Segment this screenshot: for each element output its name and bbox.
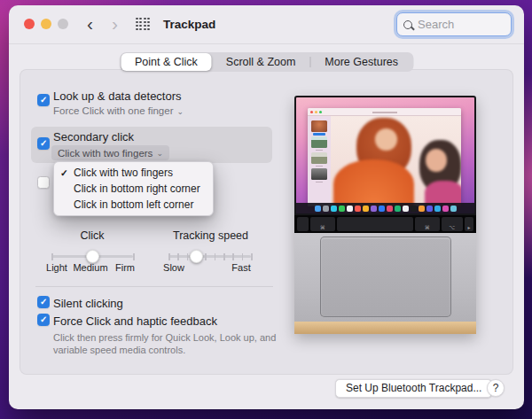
lookup-checkbox[interactable] xyxy=(37,94,50,106)
thumbnail-portrait xyxy=(311,120,327,132)
menu-item-bottom-left[interactable]: Click in bottom left corner xyxy=(54,197,213,213)
force-click-label: Force Click and haptic feedback xyxy=(53,314,217,328)
tab-scroll-and-zoom[interactable]: Scroll & Zoom xyxy=(212,53,310,71)
force-click-description: Click then press firmly for Quick Look, … xyxy=(53,331,282,356)
thumbnail-mountains xyxy=(311,136,327,148)
setup-bluetooth-trackpad-button[interactable]: Set Up Bluetooth Trackpad... xyxy=(335,379,492,398)
preferences-window: ‹ › Trackpad Search Point & Click Scroll… xyxy=(9,5,524,409)
key-partial xyxy=(297,217,309,231)
click-label-light: Light xyxy=(41,262,73,273)
mini-minimize-icon xyxy=(315,111,317,113)
photos-toolbar xyxy=(308,108,461,116)
tracking-slider-title: Tracking speed xyxy=(168,229,253,242)
tracking-slider-thumb[interactable] xyxy=(190,250,203,263)
search-icon xyxy=(403,20,412,29)
dock xyxy=(296,203,474,213)
photos-app-window xyxy=(308,108,461,206)
laptop-body xyxy=(294,233,476,322)
tracking-label-slow: Slow xyxy=(160,262,188,273)
forward-chevron-icon[interactable]: › xyxy=(112,12,118,35)
keyboard-row: ⌘ ⌘ ⌥ ▸ xyxy=(294,215,476,233)
photo-left-face xyxy=(375,128,397,150)
lookup-label: Look up & data detectors xyxy=(53,89,182,103)
menu-item-bottom-right[interactable]: Click in bottom right corner xyxy=(54,181,213,197)
trackpad-demo-video: ⌘ ⌘ ⌥ ▸ xyxy=(294,96,476,334)
help-button[interactable]: ? xyxy=(487,379,505,397)
show-all-grid-icon[interactable] xyxy=(136,18,150,30)
minimize-button-icon[interactable] xyxy=(41,19,51,29)
secondary-click-option[interactable]: Click with two fingers⌄ xyxy=(51,145,169,160)
chevron-down-icon: ⌄ xyxy=(177,107,184,116)
checkmark-icon: ✓ xyxy=(60,165,68,181)
chevron-down-icon: ⌄ xyxy=(156,149,163,158)
click-label-firm: Firm xyxy=(111,262,139,273)
click-slider-title: Click xyxy=(61,229,123,242)
click-slider[interactable] xyxy=(51,250,133,262)
thumbnail-field xyxy=(311,152,327,164)
mini-title-text xyxy=(372,112,397,113)
key-spacebar xyxy=(337,217,413,231)
silent-clicking-label: Silent clicking xyxy=(53,297,123,310)
tracking-label-fast: Fast xyxy=(229,262,254,273)
mini-close-icon xyxy=(310,111,313,113)
titlebar: ‹ › Trackpad Search xyxy=(9,5,524,44)
close-button-icon[interactable] xyxy=(24,19,35,29)
thumbnail-group-photo xyxy=(311,168,327,180)
lookup-option[interactable]: Force Click with one finger⌄ xyxy=(53,105,184,116)
photo-two-people xyxy=(331,116,461,206)
key-arrows: ▸ xyxy=(465,217,473,231)
photo-left-jacket xyxy=(333,159,414,206)
click-slider-thumb[interactable] xyxy=(86,250,99,263)
secondary-click-menu: ✓ Click with two fingers Click in bottom… xyxy=(53,161,214,216)
tab-more-gestures[interactable]: More Gestures xyxy=(310,53,412,71)
slider-track xyxy=(168,255,251,258)
page-title: Trackpad xyxy=(163,18,215,31)
menu-item-two-fingers[interactable]: ✓ Click with two fingers xyxy=(54,165,213,181)
tab-bar: Point & Click Scroll & Zoom More Gesture… xyxy=(120,52,413,72)
silent-clicking-checkbox[interactable] xyxy=(37,296,50,308)
photo-right-face xyxy=(426,149,447,173)
laptop-screen xyxy=(294,96,476,215)
secondary-click-checkbox[interactable] xyxy=(37,137,50,150)
key-option: ⌥ xyxy=(442,217,463,231)
mini-zoom-icon xyxy=(319,111,322,113)
back-chevron-icon[interactable]: ‹ xyxy=(87,12,93,35)
secondary-click-label: Secondary click xyxy=(53,130,134,144)
click-label-medium: Medium xyxy=(71,262,110,273)
wooden-desk xyxy=(294,322,476,334)
trackpad-surface xyxy=(320,237,451,317)
hidden-checkbox[interactable] xyxy=(37,176,50,189)
zoom-button-icon xyxy=(58,19,68,29)
force-click-checkbox[interactable] xyxy=(37,314,50,326)
tracking-slider[interactable] xyxy=(168,250,251,262)
tab-point-and-click[interactable]: Point & Click xyxy=(121,53,212,71)
search-placeholder: Search xyxy=(418,18,454,31)
key-command-left: ⌘ xyxy=(310,217,335,231)
photos-sidebar xyxy=(308,116,331,206)
search-input[interactable]: Search xyxy=(396,12,512,36)
key-command-right: ⌘ xyxy=(415,217,440,231)
section-divider xyxy=(35,286,273,287)
